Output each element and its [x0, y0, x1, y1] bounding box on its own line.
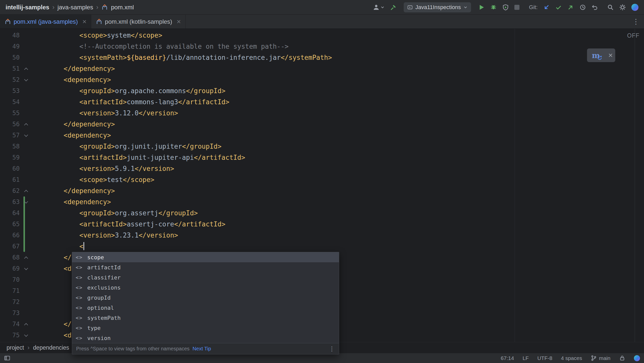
- line-number[interactable]: 66: [0, 230, 20, 241]
- line-number[interactable]: 50: [0, 52, 20, 63]
- line-number[interactable]: 64: [0, 208, 20, 219]
- lock-icon[interactable]: [619, 355, 625, 361]
- maven-reload-button[interactable]: m: [590, 50, 602, 61]
- completion-item[interactable]: <>classifier: [72, 272, 339, 282]
- code-line[interactable]: <: [32, 241, 644, 252]
- gutter-row[interactable]: 56: [0, 119, 32, 130]
- code-line[interactable]: <version>3.12.0</version>: [32, 108, 644, 119]
- close-icon[interactable]: ×: [608, 51, 613, 59]
- completion-item[interactable]: <>scope: [72, 252, 339, 262]
- gutter-row[interactable]: 60: [0, 163, 32, 174]
- gutter-row[interactable]: 71: [0, 285, 32, 296]
- profile-gradient-badge[interactable]: [631, 4, 638, 11]
- vcs-change-bar[interactable]: [23, 196, 25, 252]
- gutter-row[interactable]: 61: [0, 174, 32, 185]
- gutter-row[interactable]: 75: [0, 330, 32, 341]
- stop-button[interactable]: [514, 5, 519, 10]
- gutter-row[interactable]: 74: [0, 319, 32, 330]
- completion-item[interactable]: <>groupId: [72, 293, 339, 303]
- line-number[interactable]: 62: [0, 185, 20, 196]
- fold-expand-icon[interactable]: [24, 77, 28, 82]
- completion-item[interactable]: <>type: [72, 323, 339, 333]
- fold-expand-icon[interactable]: [24, 200, 28, 204]
- line-number[interactable]: 60: [0, 163, 20, 174]
- tool-window-toggle-icon[interactable]: [4, 355, 10, 361]
- more-options-icon[interactable]: ⋮: [329, 345, 335, 352]
- line-number[interactable]: 69: [0, 263, 20, 274]
- highlighting-level-badge[interactable]: OFF: [627, 32, 639, 39]
- line-number[interactable]: 58: [0, 141, 20, 152]
- gutter-row[interactable]: 72: [0, 296, 32, 307]
- debug-button[interactable]: [490, 4, 497, 11]
- close-icon[interactable]: ×: [82, 18, 86, 25]
- search-icon[interactable]: [607, 4, 614, 11]
- code-line[interactable]: <dependency>: [32, 196, 644, 208]
- completion-item[interactable]: <>version: [72, 333, 339, 343]
- line-number[interactable]: 49: [0, 41, 20, 52]
- line-number[interactable]: 55: [0, 108, 20, 119]
- line-number[interactable]: 56: [0, 119, 20, 130]
- completion-item[interactable]: <>systemPath: [72, 313, 339, 323]
- code-line[interactable]: <scope>system</scope>: [32, 30, 644, 41]
- git-push-button[interactable]: [567, 4, 574, 11]
- gutter-row[interactable]: 48: [0, 30, 32, 41]
- notifications-badge[interactable]: [634, 355, 640, 361]
- fold-collapse-icon[interactable]: [24, 122, 28, 126]
- gutter-row[interactable]: 53: [0, 85, 32, 96]
- code-line[interactable]: <groupId>org.apache.commons</groupId>: [32, 85, 644, 96]
- gutter-row[interactable]: 67: [0, 241, 32, 252]
- line-number[interactable]: 70: [0, 274, 20, 285]
- code-line[interactable]: <artifactId>commons-lang3</artifactId>: [32, 96, 644, 108]
- indent-widget[interactable]: 4 spaces: [561, 355, 582, 361]
- caret-position-widget[interactable]: 67:14: [501, 355, 514, 361]
- git-commit-button[interactable]: [555, 4, 562, 11]
- line-number[interactable]: 74: [0, 319, 20, 330]
- breadcrumb-project[interactable]: intellij-samples: [6, 4, 49, 11]
- line-number[interactable]: 51: [0, 63, 20, 74]
- settings-gear-icon[interactable]: [619, 4, 626, 11]
- line-number[interactable]: 54: [0, 96, 20, 108]
- tab-pom-kotlin-samples[interactable]: pom.xml (kotlin-samples) ×: [91, 15, 186, 29]
- code-line[interactable]: <version>5.9.1</version>: [32, 163, 644, 174]
- line-number[interactable]: 52: [0, 74, 20, 85]
- gutter-row[interactable]: 70: [0, 274, 32, 285]
- build-hammer-icon[interactable]: [390, 4, 397, 11]
- completion-item[interactable]: <>optional: [72, 303, 339, 313]
- git-update-button[interactable]: [543, 4, 550, 11]
- close-icon[interactable]: ×: [177, 18, 181, 25]
- line-number[interactable]: 48: [0, 30, 20, 41]
- code-line[interactable]: <!--Autocompletion is available on the s…: [32, 41, 644, 52]
- fold-expand-icon[interactable]: [24, 133, 28, 138]
- gutter-row[interactable]: 49: [0, 41, 32, 52]
- gutter-row[interactable]: 58: [0, 141, 32, 152]
- tab-pom-java-samples[interactable]: pom.xml (java-samples) ×: [0, 15, 91, 29]
- gutter-row[interactable]: 65: [0, 219, 32, 230]
- git-branch-widget[interactable]: main: [591, 355, 610, 361]
- line-number[interactable]: 53: [0, 85, 20, 96]
- code-line[interactable]: <artifactId>junit-jupiter-api</artifactI…: [32, 152, 644, 163]
- code-line[interactable]: <artifactId>assertj-core</artifactId>: [32, 219, 644, 230]
- code-line[interactable]: <dependency>: [32, 130, 644, 141]
- code-line[interactable]: <groupId>org.junit.jupiter</groupId>: [32, 141, 644, 152]
- fold-collapse-icon[interactable]: [24, 322, 28, 326]
- gutter-row[interactable]: 62: [0, 185, 32, 196]
- code-line[interactable]: </dependency>: [32, 185, 644, 196]
- line-number[interactable]: 68: [0, 252, 20, 263]
- fold-collapse-icon[interactable]: [24, 189, 28, 193]
- line-number[interactable]: 72: [0, 296, 20, 307]
- code-line[interactable]: <groupId>org.assertj</groupId>: [32, 208, 644, 219]
- next-tip-link[interactable]: Next Tip: [193, 346, 211, 352]
- gutter-row[interactable]: 59: [0, 152, 32, 163]
- gutter-row[interactable]: 55: [0, 108, 32, 119]
- fold-collapse-icon[interactable]: [24, 66, 28, 71]
- code-line[interactable]: <version>3.23.1</version>: [32, 230, 644, 241]
- gutter-row[interactable]: 66: [0, 230, 32, 241]
- line-number[interactable]: 71: [0, 285, 20, 296]
- tab-overflow-menu-icon[interactable]: ⋮: [628, 15, 644, 29]
- code-line[interactable]: </dependency>: [32, 63, 644, 74]
- gutter-row[interactable]: 54: [0, 96, 32, 108]
- gutter-row[interactable]: 50: [0, 52, 32, 63]
- gutter-row[interactable]: 68: [0, 252, 32, 263]
- line-number[interactable]: 57: [0, 130, 20, 141]
- gutter-row[interactable]: 57: [0, 130, 32, 141]
